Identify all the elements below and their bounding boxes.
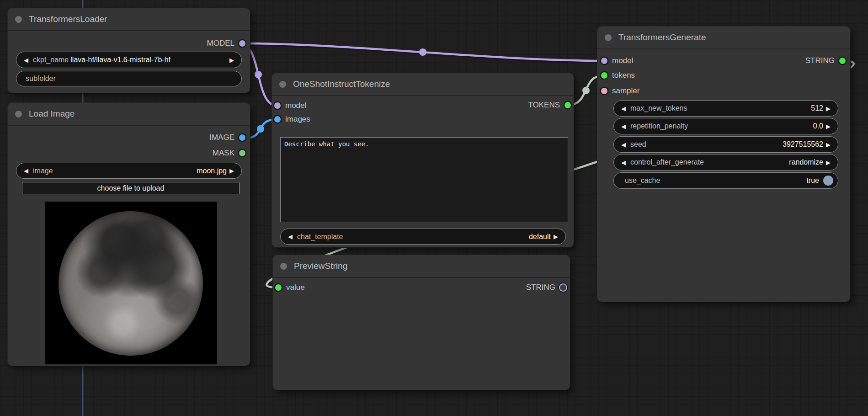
choose-file-button[interactable]: choose file to upload [22, 182, 240, 194]
output-slot-mask: MASK [213, 146, 245, 160]
widget-label: max_new_tokens [630, 104, 687, 112]
widget-value: 512 [811, 104, 823, 112]
decrement-arrow-icon[interactable]: ◀ [618, 123, 628, 130]
input-dot-sampler[interactable] [601, 88, 607, 94]
wire-midpoint-dot[interactable] [582, 87, 590, 94]
widget-value: default [529, 233, 551, 241]
input-dot-model[interactable] [274, 102, 281, 109]
node-header[interactable]: Load Image [8, 103, 250, 126]
output-dot-mask[interactable] [239, 150, 245, 156]
node-title: OneShotInstructTokenize [293, 79, 390, 89]
node-header[interactable]: PreviewString [273, 255, 570, 278]
input-slot-images: images [274, 112, 310, 126]
image-preview [45, 202, 217, 364]
widget-label: ckpt_name [33, 56, 69, 64]
increment-arrow-icon[interactable]: ▶ [823, 141, 833, 148]
widget-label: seed [630, 140, 646, 149]
increment-arrow-icon[interactable]: ▶ [823, 105, 833, 112]
decrement-arrow-icon[interactable]: ◀ [618, 159, 628, 166]
input-slot-model: model [601, 54, 633, 68]
output-label: MASK [213, 149, 234, 158]
button-label: choose file to upload [97, 184, 165, 192]
input-label: model [612, 56, 633, 65]
input-slot-value: value [275, 281, 305, 294]
node-header[interactable]: OneShotInstructTokenize [272, 73, 574, 96]
decrement-arrow-icon[interactable]: ◀ [285, 233, 295, 240]
node-header[interactable]: TransformersGenerate [597, 27, 850, 49]
output-label: STRING [805, 56, 835, 65]
input-label: images [285, 115, 310, 124]
widget-label: chat_template [297, 233, 343, 241]
input-label: tokens [612, 71, 635, 80]
node-load-image[interactable]: Load Image IMAGE MASK ◀ image moon.jpg ▶… [8, 103, 250, 366]
output-dot-tokens[interactable] [564, 102, 571, 108]
ckpt-name-widget[interactable]: ◀ ckpt_name llava-hf/llava-v1.6-mistral-… [16, 52, 242, 68]
node-transformers-loader[interactable]: TransformersLoader MODEL ◀ ckpt_name lla… [8, 8, 250, 93]
decrement-arrow-icon[interactable]: ◀ [21, 167, 31, 174]
output-label: STRING [526, 283, 555, 292]
collapse-dot-icon[interactable] [605, 34, 612, 41]
input-slot-tokens: tokens [601, 69, 635, 82]
widget-value: 0.0 [813, 122, 823, 130]
output-label: IMAGE [209, 133, 234, 142]
widget-label: image [33, 167, 53, 175]
chat-template-widget[interactable]: ◀ chat_template default ▶ [280, 229, 566, 245]
prompt-textarea[interactable]: Describe what you see. [280, 137, 568, 222]
node-title: TransformersLoader [29, 14, 107, 24]
widget-label: control_after_generate [630, 158, 704, 166]
toggle-on-icon[interactable] [823, 176, 833, 186]
input-dot-tokens[interactable] [601, 72, 607, 79]
input-dot-images[interactable] [274, 116, 281, 123]
output-slot-tokens: TOKENS [528, 98, 571, 112]
collapse-dot-icon[interactable] [279, 81, 286, 88]
image-combo-widget[interactable]: ◀ image moon.jpg ▶ [16, 163, 242, 179]
node-preview-string[interactable]: PreviewString value STRING [273, 255, 570, 390]
output-label: MODEL [207, 39, 234, 48]
widget-label: subfolder [26, 75, 56, 83]
increment-arrow-icon[interactable]: ▶ [227, 167, 237, 174]
input-dot-value[interactable] [275, 284, 282, 291]
collapse-dot-icon[interactable] [15, 16, 22, 23]
collapse-dot-icon[interactable] [280, 263, 287, 270]
repetition-penalty-widget[interactable]: ◀ repetition_penalty 0.0 ▶ [613, 118, 838, 134]
decrement-arrow-icon[interactable]: ◀ [618, 105, 628, 112]
wire-midpoint-dot[interactable] [257, 125, 264, 133]
node-header[interactable]: TransformersLoader [8, 8, 250, 31]
decrement-arrow-icon[interactable]: ◀ [21, 57, 31, 64]
node-oneshot-instruct-tokenize[interactable]: OneShotInstructTokenize model images TOK… [272, 73, 574, 247]
moon-image [59, 211, 203, 356]
increment-arrow-icon[interactable]: ▶ [823, 123, 833, 130]
node-title: Load Image [29, 109, 75, 119]
input-label: value [286, 283, 305, 292]
widget-label: repetition_penalty [630, 122, 688, 130]
input-label: model [285, 101, 306, 110]
node-transformers-generate[interactable]: TransformersGenerate model tokens sample… [597, 27, 850, 302]
input-slot-sampler: sampler [601, 84, 639, 98]
wire-midpoint-dot[interactable] [255, 71, 262, 78]
output-dot-model[interactable] [239, 40, 245, 47]
decrement-arrow-icon[interactable]: ◀ [618, 141, 628, 148]
input-label: sampler [612, 86, 639, 96]
input-slot-model: model [274, 99, 306, 112]
increment-arrow-icon[interactable]: ▶ [551, 233, 561, 240]
increment-arrow-icon[interactable]: ▶ [823, 159, 833, 166]
output-dot-string[interactable] [839, 58, 846, 64]
widget-value: true [806, 176, 819, 185]
wire-midpoint-dot[interactable] [419, 48, 426, 56]
subfolder-input[interactable]: subfolder [16, 71, 242, 86]
node-graph-canvas[interactable]: TransformersLoader MODEL ◀ ckpt_name lla… [0, 0, 868, 416]
increment-arrow-icon[interactable]: ▶ [227, 57, 237, 64]
use-cache-toggle-widget[interactable]: use_cache true [613, 172, 838, 189]
output-dot-image[interactable] [239, 134, 245, 141]
max-new-tokens-widget[interactable]: ◀ max_new_tokens 512 ▶ [613, 100, 838, 117]
widget-value: moon.jpg [197, 167, 227, 175]
widget-value: llava-hf/llava-v1.6-mistral-7b-hf [70, 56, 170, 64]
control-after-generate-widget[interactable]: ◀ control_after_generate randomize ▶ [613, 154, 838, 171]
node-title: TransformersGenerate [618, 32, 706, 43]
input-dot-model[interactable] [601, 58, 607, 64]
seed-widget[interactable]: ◀ seed 3927515562 ▶ [613, 136, 838, 153]
collapse-dot-icon[interactable] [15, 111, 22, 117]
output-slot-string: STRING [526, 281, 566, 294]
node-title: PreviewString [294, 261, 347, 271]
output-dot-string[interactable] [560, 284, 566, 291]
